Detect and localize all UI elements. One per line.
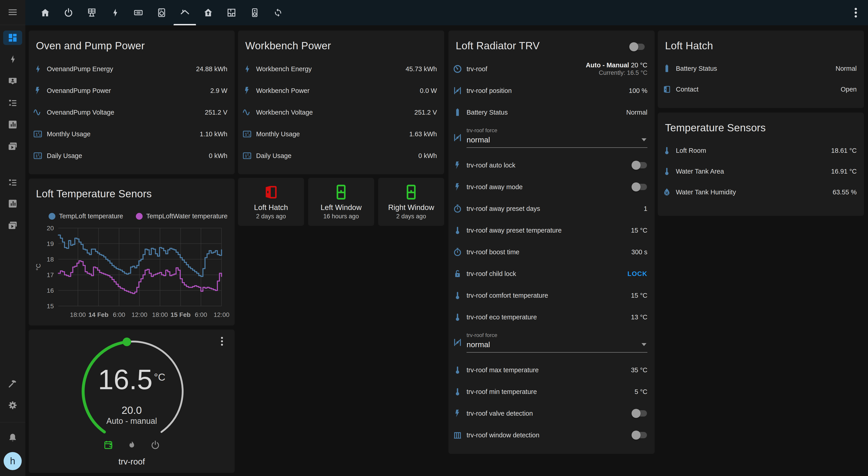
toggle-switch[interactable] bbox=[632, 410, 647, 417]
select-field[interactable]: trv-roof force normal bbox=[467, 123, 647, 148]
sidebar-item-media-2[interactable] bbox=[0, 215, 25, 235]
button-card-loft-hatch[interactable]: Loft Hatch 2 days ago bbox=[238, 178, 304, 226]
sidebar-item-settings[interactable] bbox=[0, 395, 25, 415]
entity-row[interactable]: OvenandPump Power 2.9 W bbox=[29, 80, 235, 101]
calendar-sync-icon[interactable] bbox=[103, 440, 114, 450]
power-icon[interactable] bbox=[150, 440, 160, 450]
power-flash-icon bbox=[453, 182, 463, 192]
entity-row[interactable]: Loft Room 18.61 °C bbox=[658, 140, 864, 161]
sidebar-item-energy[interactable] bbox=[0, 49, 25, 69]
button-card-left-window[interactable]: Left Window 16 hours ago bbox=[308, 178, 374, 226]
tab-nas[interactable] bbox=[127, 0, 150, 25]
select-field[interactable]: trv-roof force normal bbox=[467, 328, 647, 353]
entity-row[interactable]: 123 Daily Usage 0 kWh bbox=[29, 145, 235, 166]
entity-row[interactable]: trv-roof away preset temperature 15 °C bbox=[448, 219, 655, 241]
sidebar-item-person[interactable] bbox=[0, 71, 25, 91]
toggle-row: trv-roof auto lock bbox=[448, 154, 655, 176]
tab-solar[interactable] bbox=[80, 0, 103, 25]
entity-row[interactable]: Water Tank Area 16.91 °C bbox=[658, 161, 864, 182]
entity-value: 18.61 °C bbox=[831, 147, 857, 154]
sidebar: h bbox=[0, 0, 25, 476]
sync-icon bbox=[273, 7, 283, 18]
sine-wave-icon bbox=[33, 107, 43, 117]
entity-row[interactable]: Water Tank Humidity 63.55 % bbox=[658, 182, 864, 202]
entity-row[interactable]: 123 Daily Usage 0 kWh bbox=[238, 145, 444, 166]
sidebar-item-logbook-2[interactable] bbox=[0, 173, 25, 193]
overflow-menu-button[interactable] bbox=[849, 6, 862, 19]
entity-row[interactable]: Battery Status Normal bbox=[448, 101, 655, 123]
svg-text:1: 1 bbox=[245, 154, 247, 158]
entity-name: trv-roof valve detection bbox=[467, 410, 632, 417]
fire-icon[interactable] bbox=[127, 440, 137, 450]
entity-row[interactable]: 123 Monthly Usage 1.10 kWh bbox=[29, 123, 235, 145]
svg-text:17: 17 bbox=[47, 272, 54, 279]
battery-icon bbox=[453, 107, 463, 117]
dots-vertical-icon bbox=[216, 336, 228, 347]
card-temperature-sensors: Temperature Sensors Loft Room 18.61 °C W… bbox=[658, 113, 864, 216]
water-percent-icon bbox=[662, 187, 672, 197]
button-card-right-window[interactable]: Right Window 2 days ago bbox=[378, 178, 444, 226]
tab-power[interactable] bbox=[57, 0, 80, 25]
card-title: Oven and Pump Power bbox=[36, 39, 145, 52]
sidebar-item-dashboard[interactable] bbox=[0, 28, 25, 48]
sidebar-item-history[interactable] bbox=[0, 115, 25, 134]
valve-icon bbox=[453, 86, 463, 96]
entity-row[interactable]: Battery Status Normal bbox=[658, 58, 864, 79]
sidebar-item-media[interactable] bbox=[0, 136, 25, 156]
battery-icon bbox=[662, 64, 672, 73]
toggle-switch[interactable] bbox=[632, 184, 647, 190]
tab-loft[interactable] bbox=[173, 0, 196, 25]
sidebar-menu-button[interactable] bbox=[0, 2, 25, 22]
climate-entity-row[interactable]: trv-roof Auto - Manual 20 °C Currently: … bbox=[448, 58, 655, 80]
tab-electric[interactable] bbox=[103, 0, 127, 25]
tab-laundry[interactable] bbox=[150, 0, 173, 25]
user-avatar[interactable]: h bbox=[4, 452, 22, 470]
sidebar-item-history-2[interactable] bbox=[0, 194, 25, 214]
card-title: Loft Hatch bbox=[665, 39, 713, 52]
entity-row[interactable]: trv-roof comfort temperature 15 °C bbox=[448, 285, 655, 306]
list-shapes-icon bbox=[7, 178, 18, 188]
svg-text:1: 1 bbox=[35, 132, 37, 136]
entity-value: 35 °C bbox=[631, 367, 647, 374]
select-row: trv-roof force normal bbox=[448, 123, 655, 154]
entity-row[interactable]: OvenandPump Energy 24.88 kWh bbox=[29, 58, 235, 80]
entity-row[interactable]: Workbench Energy 45.73 kWh bbox=[238, 58, 444, 80]
entity-name: Contact bbox=[676, 86, 841, 93]
tab-speaker[interactable] bbox=[243, 0, 266, 25]
target-temperature: 20.0 bbox=[29, 404, 235, 416]
dial-handle[interactable] bbox=[123, 338, 131, 346]
timer-icon bbox=[453, 204, 463, 214]
tab-floorplan[interactable] bbox=[220, 0, 243, 25]
button-name: Left Window bbox=[320, 203, 362, 212]
entity-row[interactable]: trv-roof boost time 300 s bbox=[448, 241, 655, 263]
card-menu-button[interactable] bbox=[216, 336, 228, 347]
entity-row[interactable]: Workbench Power 0.0 W bbox=[238, 80, 444, 101]
entity-row[interactable]: 123 Monthly Usage 1.63 kWh bbox=[238, 123, 444, 145]
tab-sync[interactable] bbox=[266, 0, 289, 25]
entity-row[interactable]: trv-roof max temperature 35 °C bbox=[448, 359, 655, 381]
entity-row[interactable]: Workbench Voltage 251.2 V bbox=[238, 101, 444, 123]
entity-name[interactable]: trv-roof bbox=[29, 457, 235, 467]
entity-name: Daily Usage bbox=[256, 152, 418, 160]
button-name: Right Window bbox=[388, 203, 434, 212]
entity-row[interactable]: trv-roof min temperature 5 °C bbox=[448, 381, 655, 403]
toggle-switch[interactable] bbox=[632, 162, 647, 168]
entity-row[interactable]: trv-roof eco temperature 13 °C bbox=[448, 306, 655, 328]
sidebar-notifications-button[interactable] bbox=[0, 428, 25, 448]
sidebar-item-developer-tools[interactable] bbox=[0, 374, 25, 393]
entity-name: Workbench Voltage bbox=[256, 109, 414, 116]
toggle-switch[interactable] bbox=[632, 432, 647, 438]
tab-home[interactable] bbox=[33, 0, 57, 25]
entity-row[interactable]: OvenandPump Voltage 251.2 V bbox=[29, 101, 235, 123]
card-header-toggle[interactable] bbox=[630, 43, 645, 50]
entity-row[interactable]: Contact Open bbox=[658, 79, 864, 100]
home-icon bbox=[40, 7, 51, 18]
lock-button[interactable]: LOCK bbox=[627, 270, 647, 278]
account-badge-icon bbox=[7, 76, 18, 86]
entity-row[interactable]: trv-roof away preset days 1 bbox=[448, 198, 655, 219]
counter-icon: 123 bbox=[33, 129, 43, 139]
tab-home-export[interactable] bbox=[196, 0, 220, 25]
entity-row[interactable]: trv-roof position 100 % bbox=[448, 80, 655, 101]
card-title: Workbench Power bbox=[245, 39, 331, 52]
sidebar-item-logbook[interactable] bbox=[0, 93, 25, 113]
